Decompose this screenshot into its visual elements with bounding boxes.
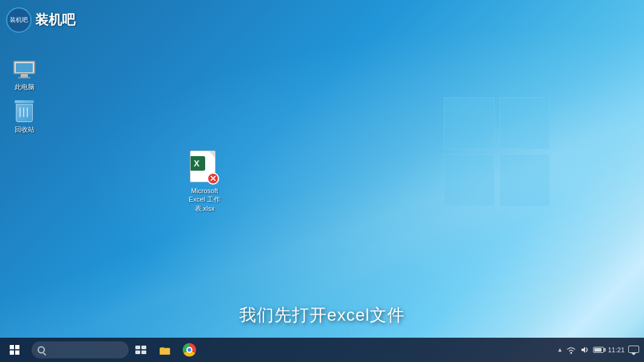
file-explorer-icon bbox=[160, 345, 171, 355]
search-icon bbox=[38, 346, 45, 353]
taskview-rect-br bbox=[141, 350, 146, 354]
network-icon[interactable] bbox=[566, 346, 576, 354]
chrome-inner-circle bbox=[186, 347, 192, 353]
file-explorer-taskbar-btn[interactable] bbox=[153, 338, 177, 362]
start-pane-br bbox=[15, 350, 19, 355]
start-icon bbox=[10, 345, 19, 355]
excel-file-icon[interactable]: X ✕ Microsoft Excel 工作 表.xlsx bbox=[183, 151, 226, 213]
taskview-button[interactable] bbox=[129, 338, 153, 362]
volume-icon[interactable] bbox=[580, 346, 589, 354]
brand-logo: 装机吧 装机吧 bbox=[6, 7, 75, 33]
svg-rect-0 bbox=[160, 348, 170, 355]
taskview-rect-tr bbox=[141, 346, 146, 349]
clock-time: 11:21 bbox=[608, 346, 625, 354]
tray-arrow-icon[interactable]: ▲ bbox=[557, 346, 563, 353]
notif-tri bbox=[631, 353, 636, 355]
notif-rect bbox=[628, 346, 639, 353]
monitor-body bbox=[13, 61, 35, 74]
start-button[interactable] bbox=[0, 338, 29, 362]
bin-lid bbox=[15, 100, 34, 103]
taskview-rect-tl bbox=[135, 346, 140, 349]
chrome-taskbar-btn[interactable] bbox=[177, 338, 202, 362]
bin-line-1 bbox=[19, 108, 21, 117]
excel-label-line2: Excel 工作 bbox=[189, 196, 220, 203]
bin-line-2 bbox=[23, 108, 24, 117]
battery-container bbox=[593, 347, 604, 353]
desktop-icon-recycle-bin[interactable]: 回收站 bbox=[5, 97, 44, 136]
win-pane-br bbox=[500, 154, 551, 207]
battery-tip bbox=[604, 348, 606, 352]
brand-circle-icon: 装机吧 bbox=[6, 7, 32, 33]
this-pc-icon-img bbox=[12, 57, 36, 81]
taskbar: ▲ 11:21 bbox=[0, 338, 644, 362]
start-pane-tl bbox=[10, 345, 14, 349]
excel-file-label: Microsoft Excel 工作 表.xlsx bbox=[189, 186, 220, 213]
start-pane-tr bbox=[15, 345, 19, 349]
taskbar-search[interactable] bbox=[32, 341, 129, 358]
desktop-icon-this-pc[interactable]: 此电脑 bbox=[5, 55, 44, 94]
start-pane-bl bbox=[10, 350, 14, 355]
bin-line-3 bbox=[27, 108, 28, 117]
monitor-screen bbox=[16, 63, 33, 72]
excel-paper-corner bbox=[209, 151, 215, 157]
bin-body bbox=[16, 104, 33, 122]
recycle-bin-label: 回收站 bbox=[15, 125, 35, 134]
recycle-bin-icon-img bbox=[12, 100, 36, 124]
taskview-icon bbox=[135, 346, 146, 354]
battery-fill bbox=[594, 348, 601, 352]
win-pane-tl bbox=[444, 97, 495, 149]
brand-circle-text: 装机吧 bbox=[10, 16, 28, 24]
this-pc-label: 此电脑 bbox=[15, 83, 35, 91]
excel-label-line1: Microsoft bbox=[191, 187, 219, 194]
system-clock[interactable]: 11:21 bbox=[608, 346, 625, 354]
win-pane-tr bbox=[500, 97, 551, 149]
desktop: 装机吧 装机吧 此电脑 bbox=[0, 0, 644, 362]
svg-point-1 bbox=[571, 352, 572, 353]
windows-logo bbox=[444, 97, 550, 207]
subtitle-content: 我们先打开excel文件 bbox=[239, 306, 405, 324]
subtitle-text: 我们先打开excel文件 bbox=[0, 304, 644, 327]
system-tray: ▲ 11:21 bbox=[557, 346, 644, 354]
brand-name: 装机吧 bbox=[35, 11, 75, 29]
win-pane-bl bbox=[444, 154, 495, 207]
battery-icon[interactable] bbox=[593, 347, 604, 353]
excel-x-badge: X bbox=[190, 156, 205, 171]
delete-cursor-icon: ✕ bbox=[207, 172, 219, 185]
excel-label-line3: 表.xlsx bbox=[195, 205, 215, 212]
monitor-base bbox=[18, 77, 30, 78]
notification-icon[interactable] bbox=[628, 346, 639, 354]
taskview-rect-bl bbox=[135, 350, 140, 354]
excel-file-image: X ✕ bbox=[190, 151, 219, 185]
chrome-icon bbox=[183, 343, 196, 357]
